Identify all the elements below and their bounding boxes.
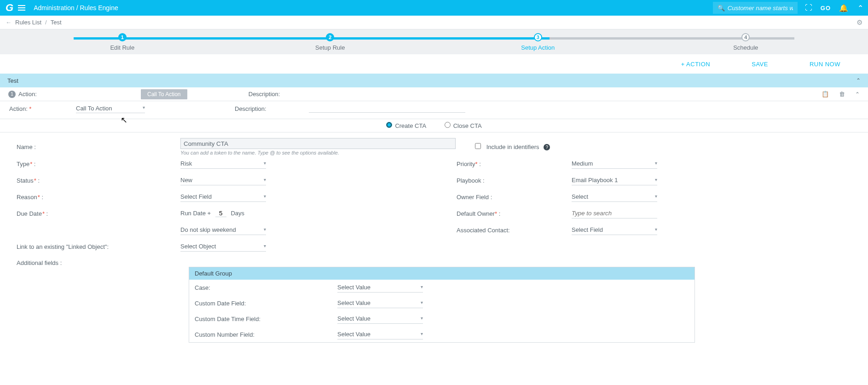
dg-row: Custom Number Field: Select Value [189,327,694,342]
copy-icon[interactable]: 📋 [822,91,829,98]
description-header-label: Description: [249,91,280,98]
action-field-label: Action: [9,105,29,112]
dg-label: Custom Date Time Field: [195,316,337,322]
due-date-label: Due Date [17,210,42,217]
step-number: 1 [118,33,127,41]
owner-field-select[interactable]: Select [572,192,657,202]
wizard-steps: 1 Edit Rule 2 Setup Rule 3 Setup Action … [0,29,868,54]
section-title: Test [7,77,18,84]
associated-contact-select[interactable]: Select Field [572,225,657,235]
save-button[interactable]: SAVE [752,61,768,68]
reason-select[interactable]: Select Field [180,192,266,202]
breadcrumb: Administration / Rules Engine [28,4,118,11]
search-icon: 🔍 [718,5,725,11]
collapse-action-icon[interactable]: ⌃ [855,91,860,98]
type-select[interactable]: Risk [180,159,266,169]
dg-select[interactable]: Select Value [337,314,423,324]
dg-row: Case: Select Value [189,280,694,295]
run-now-button[interactable]: RUN NOW [810,61,840,68]
dg-row: Custom Date Time Field: Select Value [189,311,694,327]
create-cta-radio[interactable]: Create CTA [386,122,426,129]
back-arrow-icon[interactable]: ← [6,19,12,26]
dg-select[interactable]: Select Value [337,282,423,293]
gear-icon[interactable]: ⚙ [856,18,862,27]
action-type-select[interactable]: Call To Action [76,104,145,113]
add-action-button[interactable]: + ACTION [681,61,711,68]
action-index-badge: 1 [8,91,16,98]
name-label: Name : [8,144,180,150]
breadcrumb-b[interactable]: Rules Engine [80,4,118,11]
include-identifiers-label: Include in identifiers [486,144,539,150]
description-input[interactable] [309,104,465,113]
customer-search[interactable]: 🔍 [713,2,798,14]
breadcrumb-sep: / [45,19,47,26]
due-prefix: Run Date + [180,210,213,217]
include-identifiers-checkbox[interactable] [475,143,481,149]
step-number: 3 [534,33,542,41]
bell-icon[interactable]: 🔔 [834,4,853,12]
dg-row: Custom Date Field: Select Value [189,295,694,311]
close-cta-radio[interactable]: Close CTA [445,122,482,129]
skip-weekend-select[interactable]: Do not skip weekend [180,225,266,235]
default-group-title: Default Group [189,267,694,280]
step-label: Schedule [733,44,758,51]
dg-select[interactable]: Select Value [337,298,423,308]
collapse-section-icon[interactable]: ⌃ [856,77,861,84]
action-label: Action: [18,91,37,98]
playbook-label: Playbook : [457,177,572,184]
hamburger-icon[interactable] [18,4,28,12]
go-button[interactable]: GO [817,5,834,11]
linked-object-label: Link to an existing "Linked Object": [8,243,180,250]
collapse-top-icon[interactable]: ⌃ [853,4,868,12]
hierarchy-icon[interactable]: ⛶ [800,4,817,12]
step-label: Edit Rule [110,44,134,51]
dg-label: Custom Date Field: [195,300,337,307]
step-label: Setup Rule [315,44,345,51]
associated-contact-label: Associated Contact: [457,227,572,234]
step-label: Setup Action [521,44,555,51]
due-days-input[interactable] [215,210,226,217]
delete-icon[interactable]: 🗑 [839,91,845,98]
help-icon[interactable]: ? [544,144,550,150]
rules-list-link[interactable]: Rules List [15,19,41,26]
priority-label: Priority [457,161,475,167]
priority-select[interactable]: Medium [572,159,657,169]
type-label: Type [17,161,29,167]
default-owner-input[interactable] [572,208,657,218]
default-group: Default Group Case: Select Value Custom … [189,267,695,343]
description-field-label: Description: [235,105,266,112]
action-type-tooltip: Call To Action [141,89,187,99]
playbook-select[interactable]: Email Playbook 1 [572,175,657,185]
name-hint: You can add a token to the name. Type @ … [180,150,457,155]
dg-select[interactable]: Select Value [337,329,423,339]
default-owner-label: Default Owner [457,210,495,217]
reason-label: Reason [17,194,37,201]
status-label: Status [17,177,34,184]
linked-object-select[interactable]: Select Object [180,241,266,252]
status-select[interactable]: New [180,175,266,185]
breadcrumb-sep: / [76,4,78,11]
additional-fields-label: Additional fields : [8,259,180,266]
app-logo: G [0,2,18,14]
owner-field-label: Owner Field : [457,194,572,201]
step-setup-action[interactable]: 3 Setup Action [434,33,642,51]
step-number: 4 [741,33,750,41]
dg-label: Case: [195,284,337,291]
breadcrumb-a[interactable]: Administration [34,4,75,11]
step-number: 2 [326,33,334,41]
dg-label: Custom Number Field: [195,331,337,338]
step-schedule[interactable]: 4 Schedule [642,33,850,51]
step-edit-rule[interactable]: 1 Edit Rule [18,33,226,51]
step-setup-rule[interactable]: 2 Setup Rule [226,33,434,51]
name-input[interactable] [180,138,456,149]
due-suffix: Days [231,210,244,217]
customer-search-input[interactable] [728,5,793,11]
rule-name-crumb: Test [51,19,62,26]
